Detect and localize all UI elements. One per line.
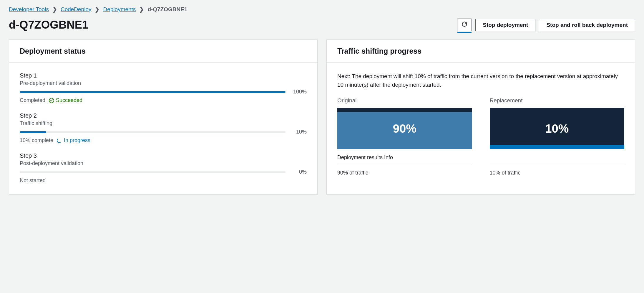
breadcrumb-link-developer-tools[interactable]: Developer Tools (9, 6, 49, 13)
breadcrumb-current: d-Q7ZOGBNE1 (147, 6, 187, 13)
panel-header: Deployment status (9, 40, 317, 63)
step-title: Step 1 (20, 72, 307, 79)
progress-row: 0% (20, 169, 307, 175)
divider (490, 165, 625, 165)
deployment-results-label: Deployment results Info (337, 154, 472, 161)
deployment-step-1: Step 1 Pre-deployment validation 100% Co… (20, 72, 307, 103)
status-prefix: Not started (20, 177, 46, 184)
traffic-columns: Original 90% Deployment results Info 90%… (337, 97, 624, 176)
panels: Deployment status Step 1 Pre-deployment … (9, 39, 635, 195)
progress-fill (20, 91, 286, 93)
deployment-step-3: Step 3 Post-deployment validation 0% Not… (20, 152, 307, 184)
panel-title: Deployment status (20, 47, 307, 55)
progress-row: 100% (20, 89, 307, 95)
spinner-icon (57, 138, 62, 143)
traffic-replacement-text: 10% of traffic (490, 170, 625, 176)
status-line: Not started (20, 177, 307, 184)
status-label: In progress (64, 137, 90, 144)
status-badge: In progress (57, 137, 90, 144)
traffic-original-pct: 90% (337, 108, 472, 149)
spacer (490, 154, 625, 161)
traffic-replacement-label: Replacement (490, 97, 625, 104)
progress-percent: 10% (290, 129, 307, 135)
traffic-original-label: Original (337, 97, 472, 104)
refresh-button[interactable] (457, 19, 472, 31)
breadcrumb-link-deployments[interactable]: Deployments (103, 6, 136, 13)
panel-header: Traffic shifting progress (327, 40, 635, 63)
chevron-right-icon: ❯ (139, 6, 144, 13)
chevron-right-icon: ❯ (95, 6, 99, 13)
status-prefix: 10% complete (20, 137, 53, 144)
progress-percent: 0% (290, 169, 307, 175)
status-label: Succeeded (56, 97, 82, 103)
step-title: Step 2 (20, 112, 307, 119)
page-title: d-Q7ZOGBNE1 (9, 19, 88, 31)
panel-title: Traffic shifting progress (337, 47, 624, 55)
traffic-replacement-column: Replacement 10% 10% of traffic (490, 97, 625, 176)
traffic-replacement-box: 10% (490, 108, 625, 149)
step-title: Step 3 (20, 152, 307, 159)
traffic-original-column: Original 90% Deployment results Info 90%… (337, 97, 472, 176)
refresh-icon (462, 21, 467, 29)
stop-rollback-button[interactable]: Stop and roll back deployment (539, 19, 635, 31)
progress-bar (20, 91, 286, 93)
step-subtitle: Pre-deployment validation (20, 80, 307, 86)
status-badge: Succeeded (49, 97, 82, 103)
page-header: d-Q7ZOGBNE1 Stop deployment Stop and rol… (9, 19, 635, 31)
breadcrumb: Developer Tools ❯ CodeDeploy ❯ Deploymen… (9, 6, 635, 13)
traffic-original-text: 90% of traffic (337, 170, 472, 176)
deployment-status-panel: Deployment status Step 1 Pre-deployment … (9, 39, 318, 195)
panel-body: Step 1 Pre-deployment validation 100% Co… (9, 63, 317, 194)
status-line: 10% complete In progress (20, 137, 307, 144)
breadcrumb-link-codedeploy[interactable]: CodeDeploy (61, 6, 92, 13)
step-subtitle: Post-deployment validation (20, 160, 307, 167)
progress-row: 10% (20, 129, 307, 135)
check-circle-icon (49, 98, 54, 103)
progress-bar (20, 171, 286, 173)
panel-body: Next: The deployment will shift 10% of t… (327, 63, 635, 187)
step-subtitle: Traffic shifting (20, 120, 307, 126)
deployment-step-2: Step 2 Traffic shifting 10% 10% complete… (20, 112, 307, 144)
progress-percent: 100% (290, 89, 307, 95)
chevron-right-icon: ❯ (52, 6, 57, 13)
traffic-note: Next: The deployment will shift 10% of t… (337, 72, 624, 89)
divider (337, 165, 472, 165)
progress-bar (20, 131, 286, 133)
page-actions: Stop deployment Stop and roll back deplo… (457, 19, 635, 31)
status-prefix: Completed (20, 97, 45, 103)
traffic-original-box: 90% (337, 108, 472, 149)
stop-deployment-button[interactable]: Stop deployment (475, 19, 535, 31)
traffic-replacement-pct: 10% (490, 108, 625, 149)
traffic-shifting-panel: Traffic shifting progress Next: The depl… (326, 39, 635, 195)
progress-fill (20, 131, 46, 133)
status-line: Completed Succeeded (20, 97, 307, 103)
